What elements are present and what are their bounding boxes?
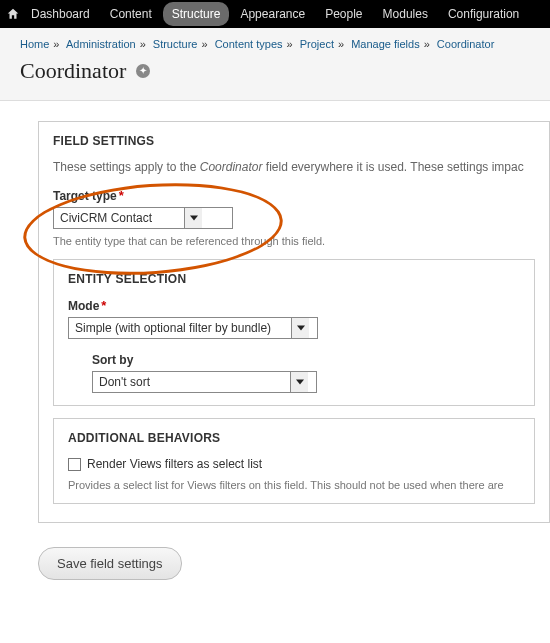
page-title-text: Coordinator — [20, 58, 126, 84]
crumb-coordinator[interactable]: Coordinator — [437, 38, 494, 50]
render-views-label: Render Views filters as select list — [87, 457, 262, 471]
page-title: Coordinator ✦ — [20, 58, 530, 84]
entity-selection-fieldset: ENTITY SELECTION Mode* Simple (with opti… — [53, 259, 535, 406]
nav-structure[interactable]: Structure — [163, 2, 230, 26]
nav-configuration[interactable]: Configuration — [439, 2, 528, 26]
target-type-value: CiviCRM Contact — [54, 208, 184, 228]
field-settings-intro: These settings apply to the Coordinator … — [53, 160, 535, 174]
entity-selection-title: ENTITY SELECTION — [68, 272, 520, 286]
crumb-structure[interactable]: Structure — [153, 38, 198, 50]
nav-appearance[interactable]: Appearance — [231, 2, 314, 26]
chevron-down-icon — [290, 372, 308, 392]
mode-value: Simple (with optional filter by bundle) — [69, 318, 291, 338]
mode-label: Mode* — [68, 298, 520, 313]
nav-content[interactable]: Content — [101, 2, 161, 26]
save-button[interactable]: Save field settings — [38, 547, 182, 580]
additional-behaviors-fieldset: ADDITIONAL BEHAVIORS Render Views filter… — [53, 418, 535, 504]
crumb-home[interactable]: Home — [20, 38, 49, 50]
sort-by-label: Sort by — [92, 353, 520, 367]
mode-select[interactable]: Simple (with optional filter by bundle) — [68, 317, 318, 339]
sort-by-value: Don't sort — [93, 372, 290, 392]
chevron-down-icon — [184, 208, 202, 228]
chevron-down-icon — [291, 318, 309, 338]
render-views-checkbox[interactable] — [68, 458, 81, 471]
field-settings-fieldset: FIELD SETTINGS These settings apply to t… — [38, 121, 550, 523]
additional-behaviors-title: ADDITIONAL BEHAVIORS — [68, 431, 520, 445]
target-type-desc: The entity type that can be referenced t… — [53, 235, 535, 247]
main-content: FIELD SETTINGS These settings apply to t… — [0, 101, 550, 600]
home-icon[interactable] — [6, 7, 20, 21]
nav-modules[interactable]: Modules — [374, 2, 437, 26]
breadcrumb: Home» Administration» Structure» Content… — [20, 38, 530, 50]
crumb-project[interactable]: Project — [300, 38, 334, 50]
page-header-region: Home» Administration» Structure» Content… — [0, 28, 550, 101]
crumb-admin[interactable]: Administration — [66, 38, 136, 50]
crumb-content-types[interactable]: Content types — [215, 38, 283, 50]
sort-by-select[interactable]: Don't sort — [92, 371, 317, 393]
field-settings-title: FIELD SETTINGS — [53, 134, 535, 148]
target-type-group: Target type* CiviCRM Contact The entity … — [53, 188, 535, 247]
crumb-manage-fields[interactable]: Manage fields — [351, 38, 420, 50]
target-type-select[interactable]: CiviCRM Contact — [53, 207, 233, 229]
render-views-desc: Provides a select list for Views filters… — [68, 479, 520, 491]
sort-by-group: Sort by Don't sort — [92, 353, 520, 393]
gear-icon[interactable]: ✦ — [136, 64, 150, 78]
admin-toolbar: Dashboard Content Structure Appearance P… — [0, 0, 550, 28]
nav-dashboard[interactable]: Dashboard — [22, 2, 99, 26]
nav-people[interactable]: People — [316, 2, 371, 26]
target-type-label: Target type* — [53, 188, 535, 203]
